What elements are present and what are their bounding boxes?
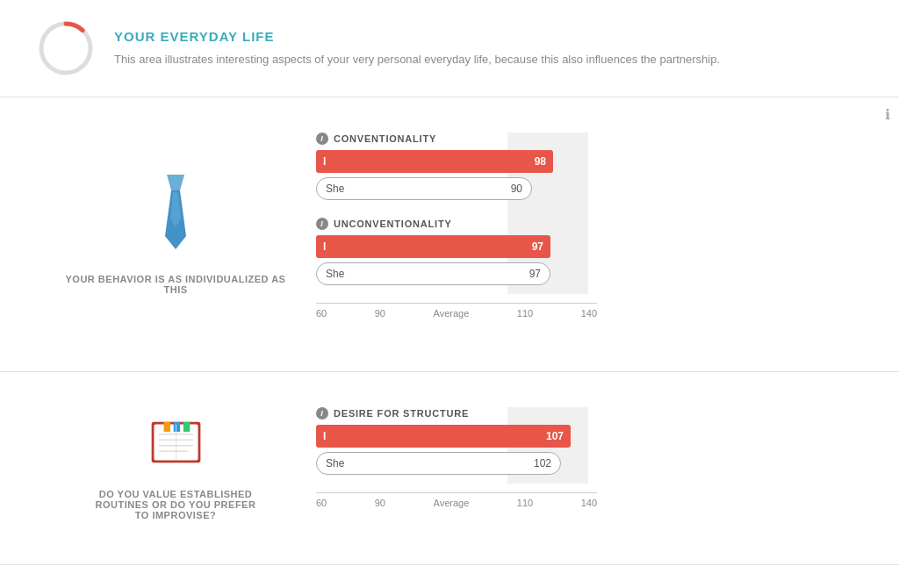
she-bar-row-structure: She 102 bbox=[316, 452, 864, 475]
left-panel-1: YOUR BEHAVIOR IS AS INDIVIDUALIZED AS TH… bbox=[35, 124, 316, 345]
i-bar-unconv: I 97 bbox=[316, 235, 550, 258]
info-badge-structure[interactable]: i bbox=[316, 407, 328, 419]
i-bar-value-unconv: 97 bbox=[532, 240, 543, 253]
left-label-1: YOUR BEHAVIOR IS AS INDIVIDUALIZED AS TH… bbox=[53, 274, 298, 295]
x-label-110: 110 bbox=[517, 308, 533, 319]
header-section: YOUR EVERYDAY LIFE This area illustrates… bbox=[0, 0, 899, 97]
i-bar-structure: I 107 bbox=[316, 425, 571, 448]
i-bar-row-unconv: I 97 bbox=[316, 235, 864, 258]
metric-label-structure: DESIRE FOR STRUCTURE bbox=[334, 408, 469, 419]
x-label-60-2: 60 bbox=[316, 498, 327, 508]
left-panel-2: DO YOU VALUE ESTABLISHED ROUTINES OR DO … bbox=[35, 398, 316, 538]
she-bar-value-structure: 102 bbox=[534, 457, 551, 470]
she-bar-conv: She 90 bbox=[316, 177, 532, 200]
info-icon[interactable]: ℹ bbox=[885, 106, 890, 123]
i-bar-label-structure: I bbox=[323, 430, 326, 442]
i-bar-label-conv: I bbox=[323, 155, 326, 168]
x-label-90: 90 bbox=[375, 308, 385, 319]
book-icon bbox=[147, 416, 205, 469]
x-label-90-2: 90 bbox=[375, 498, 385, 508]
tie-icon bbox=[149, 175, 202, 254]
she-bar-label-conv: She bbox=[326, 183, 344, 195]
info-badge-unconv[interactable]: i bbox=[316, 218, 328, 230]
she-bar-value-conv: 90 bbox=[511, 183, 522, 195]
she-bar-row-unconv: She 97 bbox=[316, 262, 864, 285]
svg-rect-9 bbox=[183, 422, 189, 432]
x-label-60: 60 bbox=[316, 308, 327, 319]
i-bar-conv: I 98 bbox=[316, 150, 553, 173]
i-bar-value-structure: 107 bbox=[546, 430, 564, 442]
svg-marker-2 bbox=[167, 175, 184, 190]
metric-title-unconv: i UNCONVENTIONALITY bbox=[316, 218, 864, 230]
she-bar-label-unconv: She bbox=[326, 268, 344, 280]
tie-icon-area bbox=[149, 175, 202, 256]
section-description: This area illustrates interesting aspect… bbox=[114, 51, 720, 68]
x-label-140: 140 bbox=[581, 308, 597, 319]
chart-area-1: i CONVENTIONALITY I 98 She 90 bbox=[316, 133, 864, 319]
right-panel-1: i CONVENTIONALITY I 98 She 90 bbox=[316, 124, 864, 345]
x-label-110-2: 110 bbox=[517, 498, 533, 508]
i-bar-value-conv: 98 bbox=[535, 155, 546, 168]
metric-unconventionality: i UNCONVENTIONALITY I 97 She 97 bbox=[316, 218, 864, 285]
she-bar-unconv: She 97 bbox=[316, 262, 550, 285]
she-bar-row-conv: She 90 bbox=[316, 177, 864, 200]
i-bar-row-conv: I 98 bbox=[316, 150, 864, 173]
x-axis-2: 60 90 Average 110 140 bbox=[316, 492, 597, 508]
svg-rect-7 bbox=[163, 422, 169, 432]
chart-area-2: i DESIRE FOR STRUCTURE I 107 She 102 bbox=[316, 407, 864, 508]
progress-circle bbox=[35, 18, 97, 79]
section-title: YOUR EVERYDAY LIFE bbox=[114, 29, 720, 44]
x-label-avg-2: Average bbox=[434, 498, 470, 508]
x-label-140-2: 140 bbox=[581, 498, 597, 508]
x-label-avg: Average bbox=[434, 308, 470, 319]
metric-title-conventionality: i CONVENTIONALITY bbox=[316, 133, 864, 145]
metric-label-conv: CONVENTIONALITY bbox=[334, 133, 436, 144]
metric-desire-structure: i DESIRE FOR STRUCTURE I 107 She 102 bbox=[316, 407, 864, 475]
svg-rect-8 bbox=[173, 422, 179, 432]
metric-title-structure: i DESIRE FOR STRUCTURE bbox=[316, 407, 864, 419]
header-text: YOUR EVERYDAY LIFE This area illustrates… bbox=[114, 29, 720, 68]
bars-wrapper-1: i CONVENTIONALITY I 98 She 90 bbox=[316, 133, 864, 285]
right-panel-2: i DESIRE FOR STRUCTURE I 107 She 102 bbox=[316, 398, 864, 538]
book-icon-area bbox=[147, 416, 205, 471]
metric-conventionality: i CONVENTIONALITY I 98 She 90 bbox=[316, 133, 864, 200]
she-bar-label-structure: She bbox=[326, 457, 344, 470]
x-axis-1: 60 90 Average 110 140 bbox=[316, 303, 597, 319]
i-bar-row-structure: I 107 bbox=[316, 425, 864, 448]
i-bar-label-unconv: I bbox=[323, 240, 326, 253]
bars-wrapper-2: i DESIRE FOR STRUCTURE I 107 She 102 bbox=[316, 407, 864, 475]
block-conventionality: ℹ YOUR BEHAVIOR IS AS INDIVIDUALIZED AS … bbox=[0, 97, 899, 372]
metric-label-unconv: UNCONVENTIONALITY bbox=[334, 219, 452, 229]
block-structure: DO YOU VALUE ESTABLISHED ROUTINES OR DO … bbox=[0, 372, 899, 565]
info-badge-conv[interactable]: i bbox=[316, 133, 328, 145]
she-bar-value-unconv: 97 bbox=[529, 268, 541, 280]
she-bar-structure: She 102 bbox=[316, 452, 561, 475]
left-label-2: DO YOU VALUE ESTABLISHED ROUTINES OR DO … bbox=[88, 489, 263, 520]
